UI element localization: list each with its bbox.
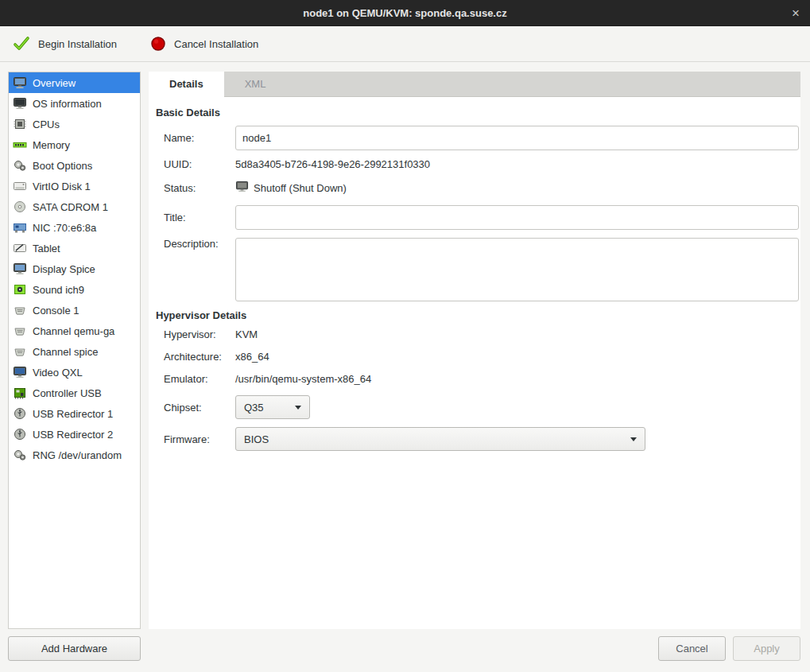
sidebar-item-label: Channel qemu-ga (33, 325, 114, 337)
cpu-chip-icon (13, 118, 27, 130)
basic-details-heading: Basic Details (156, 107, 799, 118)
architecture-label: Architecture: (164, 351, 235, 363)
stop-circle-icon (150, 36, 166, 52)
uuid-value: 5d8a3405-b726-4198-9e26-2992131f0330 (235, 158, 430, 170)
title-label: Title: (164, 212, 235, 223)
hypervisor-details-heading: Hypervisor Details (156, 309, 799, 321)
monitor-icon (13, 97, 27, 110)
architecture-row: Architecture: x86_64 (164, 351, 799, 363)
sidebar-item-tablet[interactable]: Tablet (9, 238, 140, 258)
sidebar-item-sound-ich9[interactable]: Sound ich9 (9, 279, 140, 300)
begin-installation-label: Begin Installation (38, 38, 117, 50)
description-row: Description: (164, 238, 799, 301)
emulator-value: /usr/bin/qemu-system-x86_64 (235, 373, 371, 385)
hypervisor-row: Hypervisor: KVM (164, 328, 799, 340)
sidebar-item-label: Channel spice (33, 346, 98, 358)
tabstrip: Details XML (149, 72, 800, 97)
sidebar-item-label: Display Spice (33, 263, 95, 275)
emulator-label: Emulator: (164, 373, 235, 385)
apply-button[interactable]: Apply (733, 636, 800, 661)
name-row: Name: (164, 126, 799, 150)
circuit-board-icon (13, 386, 27, 399)
monitor-icon (13, 262, 27, 275)
monitor-icon (13, 76, 27, 89)
title-input[interactable] (235, 205, 799, 230)
serial-port-icon (13, 324, 27, 337)
sidebar-item-boot-options[interactable]: Boot Options (9, 155, 140, 176)
toolbar: Begin Installation Cancel Installation (0, 26, 810, 62)
footer-actions: Cancel Apply (658, 636, 800, 661)
sidebar-item-label: NIC :70:e6:8a (33, 222, 96, 234)
description-label: Description: (164, 238, 235, 250)
status-label: Status: (164, 182, 235, 194)
close-icon[interactable]: × (792, 6, 800, 20)
sidebar-item-sata-cdrom-1[interactable]: SATA CDROM 1 (9, 196, 140, 217)
sidebar-item-channel-qemu-ga[interactable]: Channel qemu-ga (9, 320, 140, 341)
sidebar-item-label: RNG /dev/urandom (33, 449, 122, 461)
gears-icon (13, 159, 27, 172)
gears-icon (13, 449, 27, 461)
begin-installation-button[interactable]: Begin Installation (6, 33, 123, 55)
tablet-pen-icon (13, 242, 27, 254)
sidebar-item-virtio-disk-1[interactable]: VirtIO Disk 1 (9, 176, 140, 196)
sidebar-item-controller-usb[interactable]: Controller USB (9, 383, 140, 403)
sidebar-item-label: Sound ich9 (33, 284, 84, 296)
add-hardware-button[interactable]: Add Hardware (8, 636, 141, 661)
details-panel: Details XML Basic Details Name: UUID: 5d… (149, 72, 800, 629)
firmware-dropdown[interactable]: BIOS (235, 427, 645, 451)
emulator-row: Emulator: /usr/bin/qemu-system-x86_64 (164, 373, 799, 385)
usb-icon (13, 407, 27, 420)
chevron-down-icon (630, 437, 637, 441)
sidebar-item-overview[interactable]: Overview (9, 72, 140, 93)
sidebar-item-nic[interactable]: NIC :70:e6:8a (9, 217, 140, 238)
virt-manager-window: node1 on QEMU/KVM: sponde.qa.suse.cz × B… (0, 0, 810, 672)
sidebar-item-os-information[interactable]: OS information (9, 93, 140, 114)
chipset-dropdown[interactable]: Q35 (235, 395, 310, 419)
sidebar-item-video-qxl[interactable]: Video QXL (9, 362, 140, 383)
sidebar-item-rng[interactable]: RNG /dev/urandom (9, 445, 140, 465)
cancel-installation-button[interactable]: Cancel Installation (144, 33, 265, 55)
sidebar-item-usb-redirector-2[interactable]: USB Redirector 2 (9, 424, 140, 445)
cancel-installation-label: Cancel Installation (174, 38, 258, 50)
memory-stick-icon (13, 138, 27, 151)
status-row: Status: Shutoff (Shut Down) (164, 181, 799, 195)
serial-port-icon (13, 304, 27, 317)
tab-details[interactable]: Details (149, 72, 224, 96)
sidebar-item-console-1[interactable]: Console 1 (9, 300, 140, 320)
hypervisor-value: KVM (235, 328, 258, 340)
chevron-down-icon (295, 406, 301, 410)
sidebar-item-label: Memory (33, 139, 70, 151)
sidebar-item-usb-redirector-1[interactable]: USB Redirector 1 (9, 403, 140, 424)
usb-icon (13, 428, 27, 441)
description-input[interactable] (235, 238, 799, 301)
sidebar-item-display-spice[interactable]: Display Spice (9, 258, 140, 279)
sidebar-item-label: VirtIO Disk 1 (33, 181, 91, 192)
uuid-label: UUID: (164, 158, 235, 170)
chipset-label: Chipset: (164, 402, 235, 414)
sound-card-icon (13, 283, 27, 296)
sidebar-item-channel-spice[interactable]: Channel spice (9, 341, 140, 362)
sidebar-item-label: USB Redirector 2 (33, 429, 113, 441)
uuid-row: UUID: 5d8a3405-b726-4198-9e26-2992131f03… (164, 158, 799, 170)
chipset-row: Chipset: Q35 (164, 395, 799, 419)
chipset-value: Q35 (244, 402, 264, 414)
firmware-label: Firmware: (164, 433, 235, 445)
sidebar-item-memory[interactable]: Memory (9, 134, 140, 155)
name-input[interactable] (235, 126, 799, 150)
sidebar-item-cpus[interactable]: CPUs (9, 114, 140, 134)
firmware-row: Firmware: BIOS (164, 427, 799, 451)
name-label: Name: (164, 132, 235, 144)
titlebar[interactable]: node1 on QEMU/KVM: sponde.qa.suse.cz × (0, 0, 810, 26)
cancel-button[interactable]: Cancel (658, 636, 726, 661)
firmware-value: BIOS (244, 433, 269, 445)
monitor-icon (13, 366, 27, 379)
tab-xml[interactable]: XML (224, 72, 287, 96)
sidebar-item-label: Overview (33, 77, 76, 89)
network-card-icon (13, 221, 27, 234)
sidebar-item-label: CPUs (33, 118, 60, 130)
title-row: Title: (164, 205, 799, 230)
window-title: node1 on QEMU/KVM: sponde.qa.suse.cz (303, 7, 506, 19)
sidebar-item-label: Console 1 (33, 305, 79, 317)
sidebar-item-label: Video QXL (33, 367, 83, 379)
details-content: Basic Details Name: UUID: 5d8a3405-b726-… (149, 97, 800, 628)
